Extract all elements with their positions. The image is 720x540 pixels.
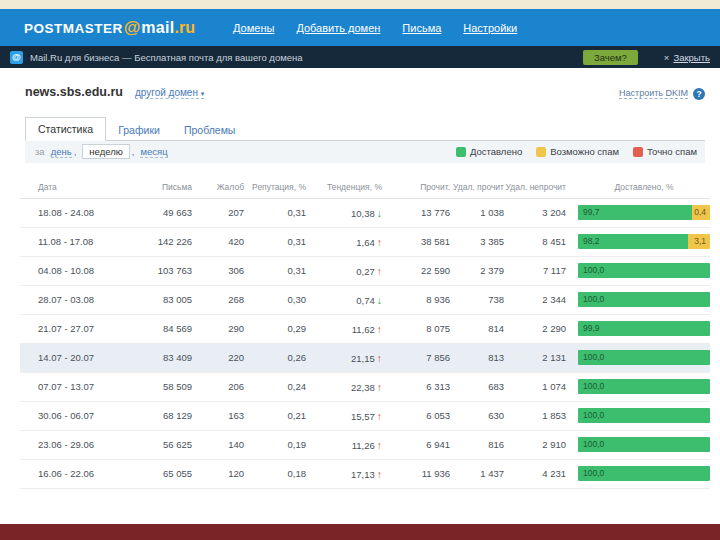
legend-label: Точно спам (647, 146, 697, 157)
cell-deleted-unread: 1 074 (504, 381, 566, 392)
domain-header: news.sbs.edu.ru другой домен ▾ Настроить… (25, 85, 705, 100)
nav-link[interactable]: Домены (233, 22, 274, 34)
cell-trend: 17,13↑ (306, 468, 382, 480)
cell-deleted-read: 813 (450, 352, 504, 363)
cell-read: 22 590 (382, 265, 450, 276)
column-header: Доставлено, % (566, 183, 710, 193)
table-row: 16.06 - 22.0665 0551200,1817,13↑11 9361 … (20, 460, 710, 489)
cell-delivered: 100,0 (566, 437, 710, 452)
at-icon: @ (124, 18, 141, 38)
table-row: 11.08 - 17.08142 2264200,311,64↑38 5813 … (20, 228, 710, 257)
stats-table: ДатаПисьмаЖалобРепутация, %Тенденция, %П… (20, 163, 710, 489)
nav-link[interactable]: Добавить домен (296, 22, 380, 34)
table-row: 21.07 - 27.0784 5692900,2911,62↑8 075814… (20, 315, 710, 344)
cell-delivered: 100,0 (566, 350, 710, 365)
cell-deleted-unread: 8 451 (504, 236, 566, 247)
delivered-bar: 100,0 (578, 292, 710, 307)
cell-letters: 83 005 (112, 294, 192, 305)
section-tabs: СтатистикаГрафикиПроблемы (25, 116, 705, 141)
cell-read: 13 776 (382, 207, 450, 218)
delivered-bar: 99,70,4 (578, 205, 710, 220)
cell-deleted-unread: 2 290 (504, 323, 566, 334)
table-row: 18.08 - 24.0849 6632070,3110,38↓13 7761 … (20, 199, 710, 228)
cell-read: 6 313 (382, 381, 450, 392)
delivered-bar: 98,23,1 (578, 234, 710, 249)
content-area: news.sbs.edu.ru другой домен ▾ Настроить… (0, 85, 720, 489)
table-row: 04.08 - 10.08103 7633060,310,27↑22 5902 … (20, 257, 710, 286)
why-button[interactable]: Зачем? (583, 50, 638, 65)
cell-reputation: 0,30 (244, 294, 306, 305)
cell-deleted-read: 816 (450, 439, 504, 450)
delivered-segment: 100,0 (578, 379, 710, 394)
delivered-bar: 100,0 (578, 466, 710, 481)
cell-delivered: 99,70,4 (566, 205, 710, 220)
table-row: 07.07 - 13.0758 5092060,2422,38↑6 313683… (20, 373, 710, 402)
cell-letters: 65 055 (112, 468, 192, 479)
cell-read: 6 053 (382, 410, 450, 421)
cell-reputation: 0,24 (244, 381, 306, 392)
filter-bar: за день,неделю,месяц ДоставленоВозможно … (25, 141, 705, 163)
cell-read: 7 856 (382, 352, 450, 363)
nav-link[interactable]: Настройки (463, 22, 517, 34)
chevron-down-icon: ▾ (201, 90, 205, 97)
trend-value: 11,26 (352, 440, 375, 451)
logo-mail-text: mail (141, 19, 174, 37)
cell-date: 16.06 - 22.06 (20, 468, 112, 479)
cell-delivered: 100,0 (566, 466, 710, 481)
column-header: Удал. прочит (450, 183, 504, 193)
tab-active[interactable]: Статистика (25, 117, 106, 141)
period-separator: , (132, 146, 135, 157)
cell-letters: 142 226 (112, 236, 192, 247)
tab-item[interactable]: Проблемы (172, 119, 248, 141)
cell-reputation: 0,31 (244, 207, 306, 218)
cell-trend: 11,26↑ (306, 439, 382, 451)
cell-trend: 11,62↑ (306, 323, 382, 335)
nav-link[interactable]: Письма (402, 22, 441, 34)
cell-trend: 15,57↑ (306, 410, 382, 422)
trend-value: 17,13 (351, 469, 375, 480)
delivered-bar: 100,0 (578, 263, 710, 278)
cell-date: 28.07 - 03.08 (20, 294, 112, 305)
cell-reputation: 0,26 (244, 352, 306, 363)
cell-deleted-unread: 3 204 (504, 207, 566, 218)
tab-item[interactable]: Графики (106, 119, 172, 141)
delivered-segment: 99,9 (578, 321, 710, 336)
dkim-block: Настроить DKIM ? (619, 88, 705, 100)
close-label: Закрыть (673, 52, 710, 63)
cell-delivered: 99,9 (566, 321, 710, 336)
period-option[interactable]: месяц (140, 146, 167, 158)
cell-date: 14.07 - 20.07 (20, 352, 112, 363)
cell-letters: 84 569 (112, 323, 192, 334)
logo-postmaster-text: POSTMASTER (24, 21, 123, 36)
legend-swatch-icon (536, 147, 546, 157)
period-option[interactable]: день (51, 146, 72, 158)
help-icon[interactable]: ? (693, 88, 705, 100)
cell-complaints: 290 (192, 323, 244, 334)
column-header: Тенденция, % (306, 183, 382, 193)
dkim-setup-link[interactable]: Настроить DKIM (619, 88, 688, 99)
cell-read: 38 581 (382, 236, 450, 247)
legend-item: Точно спам (633, 146, 697, 157)
period-option-selected[interactable]: неделю (82, 144, 130, 159)
cell-reputation: 0,31 (244, 236, 306, 247)
switch-domain-link[interactable]: другой домен ▾ (135, 87, 204, 99)
delivered-segment: 98,2 (578, 234, 688, 249)
cell-deleted-read: 738 (450, 294, 504, 305)
cell-deleted-read: 814 (450, 323, 504, 334)
cell-delivered: 100,0 (566, 379, 710, 394)
legend-item: Доставлено (456, 146, 522, 157)
trend-value: 0,74 (356, 295, 375, 306)
maybe-spam-segment: 3,1 (688, 234, 710, 249)
legend-item: Возможно спам (536, 146, 619, 157)
cell-trend: 10,38↓ (306, 207, 382, 219)
delivered-segment: 100,0 (578, 408, 710, 423)
delivered-bar: 100,0 (578, 408, 710, 423)
close-promo-button[interactable]: × Закрыть (664, 52, 710, 63)
promo-text: Mail.Ru для бизнеса — Бесплатная почта д… (30, 52, 583, 63)
cell-letters: 103 763 (112, 265, 192, 276)
postmaster-logo[interactable]: POSTMASTER @ mail .ru (24, 18, 195, 38)
trend-value: 15,57 (351, 411, 375, 422)
main-nav: ДоменыДобавить доменПисьмаНастройки (233, 22, 517, 34)
cell-deleted-read: 630 (450, 410, 504, 421)
table-body: 18.08 - 24.0849 6632070,3110,38↓13 7761 … (20, 199, 710, 489)
